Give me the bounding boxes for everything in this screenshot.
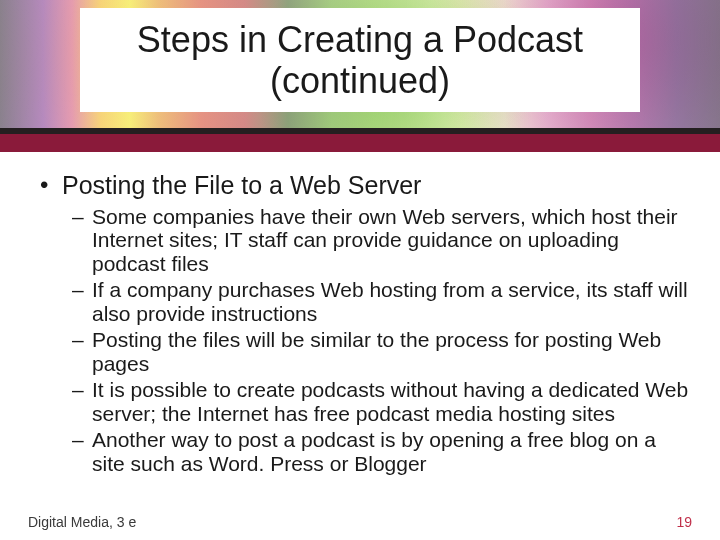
slide: Steps in Creating a Podcast (continued) … — [0, 0, 720, 540]
footer-page-number: 19 — [676, 514, 692, 530]
sub-bullet-text: Posting the files will be similar to the… — [92, 328, 661, 375]
sub-bullet-item: Another way to post a podcast is by open… — [62, 428, 692, 476]
divider-bar-maroon — [0, 134, 720, 152]
bullet-text: Posting the File to a Web Server — [62, 171, 421, 199]
footer-source: Digital Media, 3 e — [28, 514, 136, 530]
sub-bullet-text: It is possible to create podcasts withou… — [92, 378, 688, 425]
sub-bullet-text: Another way to post a podcast is by open… — [92, 428, 656, 475]
sub-bullet-text: If a company purchases Web hosting from … — [92, 278, 688, 325]
sub-bullet-item: Some companies have their own Web server… — [62, 205, 692, 277]
bullet-list-level2: Some companies have their own Web server… — [62, 205, 692, 476]
slide-body: Posting the File to a Web Server Some co… — [0, 152, 720, 540]
bullet-list-level1: Posting the File to a Web Server Some co… — [28, 170, 692, 476]
bullet-item: Posting the File to a Web Server Some co… — [28, 170, 692, 476]
sub-bullet-item: Posting the files will be similar to the… — [62, 328, 692, 376]
sub-bullet-item: It is possible to create podcasts withou… — [62, 378, 692, 426]
divider-bars — [0, 128, 720, 152]
sub-bullet-text: Some companies have their own Web server… — [92, 205, 678, 276]
sub-bullet-item: If a company purchases Web hosting from … — [62, 278, 692, 326]
title-container: Steps in Creating a Podcast (continued) — [80, 8, 640, 112]
slide-footer: Digital Media, 3 e 19 — [0, 514, 720, 530]
slide-header: Steps in Creating a Podcast (continued) — [0, 0, 720, 128]
slide-title: Steps in Creating a Podcast (continued) — [100, 19, 620, 102]
